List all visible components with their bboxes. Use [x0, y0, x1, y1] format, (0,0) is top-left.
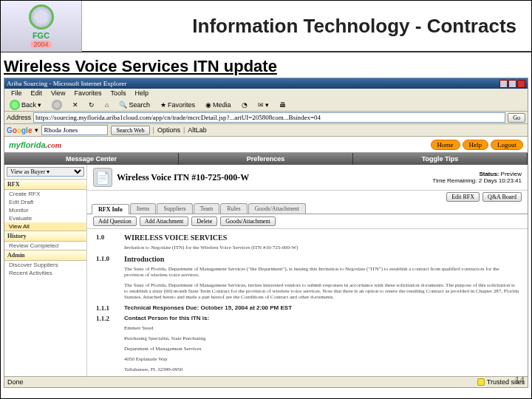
print-button[interactable]: 🖶 — [276, 100, 289, 110]
tab-items[interactable]: Items — [130, 203, 157, 214]
tab-team[interactable]: Team — [194, 203, 220, 214]
nav-message-center[interactable]: Message Center — [4, 153, 179, 165]
menu-view[interactable]: View — [47, 89, 69, 98]
history-button[interactable]: ◔ — [239, 100, 250, 110]
minimize-button[interactable] — [499, 80, 508, 88]
document-body: 1.0WIRELESS VOICE SERVICES Invitation to… — [87, 229, 528, 376]
google-toolbar: Google▾ Search Web | Options | AltLab — [4, 124, 528, 137]
logo-text: FGC — [33, 31, 50, 40]
google-options[interactable]: Options — [157, 126, 180, 134]
logo-seal-icon — [29, 4, 54, 30]
sidebar-create-rfx[interactable]: Create RFX — [4, 190, 86, 198]
page-number: 14 — [515, 375, 525, 386]
nav-tabs: Message Center Preferences Toggle Tips — [4, 153, 528, 165]
window-title: Ariba Sourcing - Microsoft Internet Expl… — [7, 80, 499, 87]
home-button[interactable]: ⌂ — [102, 100, 112, 110]
nav-preferences[interactable]: Preferences — [179, 153, 353, 165]
menu-tools[interactable]: Tools — [106, 89, 130, 98]
sidebar-discover-suppliers[interactable]: Discover Suppliers — [4, 261, 86, 269]
menu-bar: File Edit View Favorites Tools Help — [4, 89, 528, 98]
status-done: Done — [7, 378, 24, 386]
sidebar-recent-activities[interactable]: Recent Activities — [4, 269, 86, 277]
add-attachment-button[interactable]: Add Attachment — [140, 216, 189, 226]
status-block: Status: Preview Time Remaining: 2 Days 1… — [432, 171, 522, 184]
tab-suppliers[interactable]: Suppliers — [157, 203, 192, 214]
edit-rfx-button[interactable]: Edit RFX — [446, 192, 480, 202]
menu-favorites[interactable]: Favorites — [69, 89, 106, 98]
logout-button[interactable]: Logout — [491, 140, 523, 150]
tab-rules[interactable]: Rules — [220, 203, 247, 214]
media-button[interactable]: ◉Media — [202, 100, 234, 110]
sidebar-evaluate[interactable]: Evaluate — [4, 214, 86, 222]
site-banner: myflorida.com Home Help Logout — [4, 137, 528, 153]
favorites-button[interactable]: ★Favorites — [157, 100, 198, 110]
menu-edit[interactable]: Edit — [27, 89, 47, 98]
qa-board-button[interactable]: Q&A Board — [482, 192, 522, 202]
contact-line-2: Department of Management Services — [124, 346, 519, 352]
brand-logo: myflorida.com — [9, 140, 61, 149]
browser-window: Ariba Sourcing - Microsoft Internet Expl… — [4, 78, 528, 388]
go-button[interactable]: Go — [508, 113, 525, 123]
sidebar-section-history: History — [4, 231, 86, 242]
maximize-button[interactable] — [508, 80, 516, 88]
google-altlab[interactable]: AltLab — [188, 126, 207, 134]
goods-attachment-button[interactable]: Goods/Attachment — [220, 216, 275, 226]
contact-line-3: 4050 Esplanade Way — [124, 356, 519, 362]
home-button-site[interactable]: Home — [431, 140, 460, 150]
forward-icon — [52, 100, 62, 110]
status-bar: Done Trusted sites — [4, 376, 528, 387]
forward-button[interactable] — [49, 98, 65, 112]
back-button[interactable]: Back ▾ — [7, 98, 44, 112]
main-tabs: RFX Info Items Suppliers Team Rules Good… — [87, 203, 528, 214]
address-bar: Address Go — [4, 112, 528, 124]
heading-1-0: WIRELESS VOICE SERVICES — [124, 233, 227, 242]
address-input[interactable] — [33, 112, 505, 123]
add-question-button[interactable]: Add Question — [93, 216, 137, 226]
view-as-select[interactable]: View as Buyer ▾ — [7, 167, 84, 177]
menu-help[interactable]: Help — [130, 89, 153, 98]
window-titlebar[interactable]: Ariba Sourcing - Microsoft Internet Expl… — [4, 78, 528, 89]
refresh-button[interactable]: ↻ — [86, 100, 98, 110]
google-search-input[interactable] — [41, 125, 108, 135]
slide-subtitle: Wireless Voice Services ITN update — [1, 52, 531, 78]
fgc-logo: FGC 2004 — [1, 0, 82, 52]
sidebar: View as Buyer ▾ RFX Create RFX Edit Draf… — [4, 165, 87, 376]
logo-year: 2004 — [30, 41, 51, 48]
heading-1-1-0: Introduction — [124, 255, 164, 263]
intro-para-2: The State of Florida, Department of Mana… — [124, 282, 519, 300]
search-button[interactable]: 🔍Search — [116, 100, 153, 110]
delete-button[interactable]: Delete — [191, 216, 217, 226]
itn-summary: Invitation to Negotiate (ITN) for the Wi… — [124, 245, 519, 250]
help-button-site[interactable]: Help — [463, 140, 489, 150]
time-remaining: Time Remaining: 2 Days 10:23:41 — [432, 177, 522, 184]
browser-toolbar: Back ▾ ✕ ↻ ⌂ 🔍Search ★Favorites ◉Media ◔… — [4, 98, 528, 112]
contact-line-1: Purchasing Specialist, State Purchasing — [124, 335, 519, 341]
rfx-title: Wireless Voice ITN #10-725-000-W — [117, 172, 249, 183]
document-icon: 📄 — [93, 168, 112, 187]
stop-button[interactable]: ✕ — [69, 100, 81, 110]
heading-1-1-1: Technical Responses Due: October 15, 200… — [124, 304, 292, 312]
main-panel: 📄 Wireless Voice ITN #10-725-000-W Statu… — [87, 165, 528, 376]
sidebar-section-admin: Admin — [4, 250, 86, 261]
tab-goods[interactable]: Goods/Attachment — [248, 203, 306, 214]
sidebar-view-all[interactable]: View All — [4, 222, 86, 231]
contact-line-4: Tallahassee, FL 32399-0950 — [124, 366, 519, 372]
back-icon — [10, 100, 20, 110]
sidebar-review-completed[interactable]: Review Completed — [4, 242, 86, 250]
lock-icon — [477, 378, 485, 386]
sidebar-section-rfx: RFX — [4, 179, 86, 190]
address-label: Address — [7, 114, 31, 121]
nav-toggle-tips[interactable]: Toggle Tips — [353, 153, 528, 165]
mail-button[interactable]: ✉ ▾ — [255, 100, 273, 110]
menu-file[interactable]: File — [7, 89, 27, 98]
contact-line-0: Emmett Stead — [124, 325, 519, 331]
close-button[interactable] — [517, 80, 525, 88]
slide-title: Information Technology - Contracts — [82, 15, 531, 38]
sidebar-monitor[interactable]: Monitor — [4, 206, 86, 214]
google-logo-icon: Google — [7, 126, 32, 134]
heading-1-1-2: Contact Person for this ITN is: — [124, 315, 209, 322]
google-search-web[interactable]: Search Web — [111, 126, 149, 135]
intro-para-1: The State of Florida, Department of Mana… — [124, 266, 519, 278]
tab-rfx-info[interactable]: RFX Info — [92, 204, 129, 214]
sidebar-edit-draft[interactable]: Edit Draft — [4, 198, 86, 206]
